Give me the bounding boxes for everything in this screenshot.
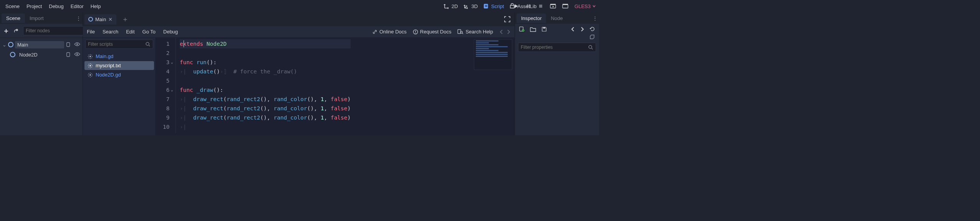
script-menu-goto[interactable]: Go To bbox=[142, 29, 156, 35]
visibility-icon[interactable] bbox=[74, 42, 80, 47]
code-line[interactable]: func _draw(): bbox=[180, 85, 351, 95]
online-docs-label: Online Docs bbox=[379, 29, 407, 35]
menu-help[interactable]: Help bbox=[91, 3, 101, 9]
scene-filter[interactable] bbox=[23, 26, 91, 35]
add-node-icon[interactable]: ＋ bbox=[3, 28, 9, 34]
gutter-line: 8· bbox=[161, 104, 173, 113]
renderer-label: GLES3 bbox=[574, 3, 591, 9]
script-attached-icon[interactable] bbox=[66, 52, 71, 57]
code-line[interactable]: ›| bbox=[180, 122, 351, 131]
tab-inspector[interactable]: Inspector bbox=[516, 13, 546, 23]
object-properties-icon[interactable] bbox=[589, 34, 595, 40]
tree-row-child[interactable]: Node2D bbox=[1, 50, 82, 60]
script-menu-debug[interactable]: Debug bbox=[163, 29, 178, 35]
script-filter-input[interactable] bbox=[88, 42, 145, 47]
script-filter[interactable] bbox=[85, 40, 153, 49]
nav-back-icon[interactable] bbox=[499, 29, 504, 35]
minimap[interactable] bbox=[474, 39, 512, 70]
svg-point-22 bbox=[89, 65, 91, 66]
code-line[interactable]: func run(): bbox=[180, 58, 351, 67]
distraction-free-icon[interactable] bbox=[504, 16, 511, 23]
svg-rect-0 bbox=[527, 4, 528, 8]
request-docs-link[interactable]: Request Docs bbox=[413, 29, 452, 35]
workspace-2d-label: 2D bbox=[452, 3, 458, 9]
workspace-3d[interactable]: 3D bbox=[463, 3, 478, 9]
script-list-item[interactable]: Main.gd bbox=[84, 52, 154, 61]
scene-tree: ⌄ Main Node2D bbox=[0, 38, 83, 61]
code-editor[interactable]: 1·2·3⌄4·5·6⌄7·8·9·10· extends Node2Dfunc… bbox=[156, 38, 515, 135]
playback-controls: GLES3 bbox=[513, 3, 596, 9]
pause-icon[interactable] bbox=[525, 3, 531, 9]
instance-scene-icon[interactable] bbox=[13, 28, 19, 34]
script-icon bbox=[483, 3, 489, 9]
history-back-icon[interactable] bbox=[571, 27, 575, 32]
gutter-line: 3⌄ bbox=[161, 58, 173, 67]
tree-row-root[interactable]: ⌄ Main bbox=[1, 40, 82, 50]
inspector-filter-input[interactable] bbox=[521, 45, 588, 50]
gear-icon bbox=[88, 54, 93, 59]
scene-filter-input[interactable] bbox=[26, 28, 83, 33]
close-tab-icon[interactable]: ✕ bbox=[108, 17, 113, 22]
node2d-type-icon bbox=[88, 17, 93, 22]
dock-options-icon[interactable]: ⋮ bbox=[593, 15, 598, 21]
tab-import[interactable]: Import bbox=[25, 13, 48, 23]
online-docs-link[interactable]: Online Docs bbox=[372, 29, 407, 35]
nav-forward-icon[interactable] bbox=[506, 29, 511, 35]
workspace-assetlib[interactable]: AssetLib bbox=[509, 3, 536, 9]
script-list-item[interactable]: Node2D.gd bbox=[84, 70, 154, 79]
script-menu-file[interactable]: File bbox=[87, 29, 95, 35]
right-dock: Inspector Node ⋮ bbox=[515, 12, 599, 135]
load-resource-icon[interactable] bbox=[530, 27, 536, 32]
tree-node-label: Main bbox=[15, 41, 64, 48]
assetlib-icon bbox=[509, 3, 515, 9]
svg-rect-2 bbox=[539, 5, 542, 8]
add-scene-tab-icon[interactable]: ＋ bbox=[119, 15, 132, 24]
visibility-icon[interactable] bbox=[74, 52, 80, 57]
dock-options-icon[interactable]: ⋮ bbox=[76, 15, 81, 21]
gutter-line: 6⌄ bbox=[161, 85, 173, 95]
history-icon[interactable] bbox=[589, 26, 595, 32]
code-line[interactable] bbox=[180, 76, 351, 85]
svg-rect-26 bbox=[543, 27, 545, 28]
code-line[interactable] bbox=[180, 48, 351, 58]
scene-tab-main[interactable]: Main ✕ bbox=[84, 14, 116, 25]
tab-scene[interactable]: Scene bbox=[2, 13, 25, 23]
script-menu-search[interactable]: Search bbox=[103, 29, 118, 35]
scene-toolbar: ＋ bbox=[0, 24, 83, 38]
renderer-selector[interactable]: GLES3 bbox=[574, 3, 596, 9]
play-custom-scene-icon[interactable] bbox=[562, 3, 568, 9]
code-line[interactable]: ›| draw_rect(rand_rect2(), rand_color(),… bbox=[180, 113, 351, 122]
inspector-filter[interactable] bbox=[518, 43, 596, 52]
script-menu-edit[interactable]: Edit bbox=[126, 29, 134, 35]
svg-rect-18 bbox=[458, 29, 461, 33]
script-menubar: File Search Edit Go To Debug Online Docs… bbox=[83, 26, 515, 38]
history-forward-icon[interactable] bbox=[580, 27, 584, 32]
menu-debug[interactable]: Debug bbox=[49, 3, 63, 9]
workspace-2d[interactable]: 2D bbox=[444, 3, 458, 9]
menu-project[interactable]: Project bbox=[26, 3, 42, 9]
script-list-label: Node2D.gd bbox=[96, 72, 121, 78]
search-help-link[interactable]: Search Help bbox=[457, 29, 493, 35]
code-line[interactable]: ›| update()›⟧ # force the _draw() bbox=[180, 67, 351, 76]
code-line[interactable]: ›| draw_rect(rand_rect2(), rand_color(),… bbox=[180, 104, 351, 113]
node2d-type-icon bbox=[10, 52, 15, 57]
script-list-item[interactable]: myscript.txt bbox=[84, 61, 154, 70]
collapse-icon[interactable]: ⌄ bbox=[2, 42, 7, 48]
play-scene-icon[interactable] bbox=[550, 3, 556, 9]
workspace-script[interactable]: Script bbox=[483, 3, 504, 9]
tab-node[interactable]: Node bbox=[546, 13, 567, 23]
save-resource-icon[interactable] bbox=[541, 27, 547, 32]
code-line[interactable]: ›| draw_rect(rand_rect2(), rand_color(),… bbox=[180, 95, 351, 104]
new-resource-icon[interactable] bbox=[519, 26, 525, 32]
stop-icon[interactable] bbox=[538, 3, 544, 9]
menu-scene[interactable]: Scene bbox=[5, 3, 20, 9]
tree-node-label: Node2D bbox=[17, 51, 64, 58]
arrow-3d-icon bbox=[463, 3, 469, 9]
link-icon bbox=[372, 29, 377, 35]
script-attached-icon[interactable] bbox=[66, 42, 71, 47]
code-lines[interactable]: extends Node2Dfunc run():›| update()›⟧ #… bbox=[176, 38, 354, 133]
menu-editor[interactable]: Editor bbox=[71, 3, 84, 9]
svg-point-14 bbox=[76, 53, 78, 55]
code-line[interactable]: extends Node2D bbox=[180, 39, 351, 48]
svg-rect-4 bbox=[550, 4, 556, 5]
